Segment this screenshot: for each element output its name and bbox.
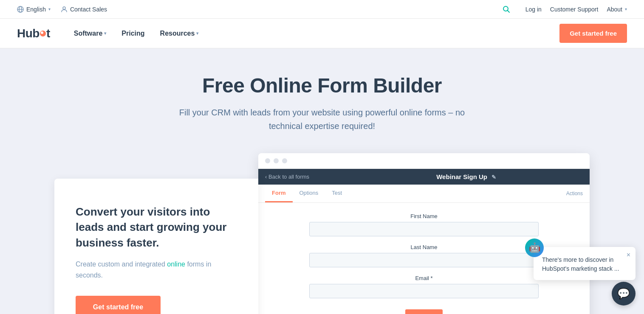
- logo[interactable]: Hubt: [17, 27, 50, 40]
- contact-sales-label: Contact Sales: [70, 6, 107, 13]
- top-bar-right: Log in Customer Support About ▾: [503, 6, 627, 13]
- form-submit-button[interactable]: Submit: [405, 309, 443, 314]
- form-field-email: Email *: [309, 275, 539, 298]
- hero-card: Convert your visitors into leads and sta…: [54, 179, 258, 314]
- form-field-lastname: Last Name: [309, 244, 539, 267]
- about-label: About: [607, 6, 622, 13]
- language-label: English: [26, 6, 46, 13]
- first-name-label: First Name: [309, 213, 539, 219]
- person-icon: [61, 6, 68, 13]
- card-link[interactable]: online: [167, 261, 185, 268]
- about-chevron-icon: ▾: [625, 7, 627, 11]
- nav-pricing[interactable]: Pricing: [115, 26, 151, 41]
- chat-popup: 🤖 × There's more to discover in HubSpot'…: [534, 247, 636, 280]
- top-bar-left: English ▾ Contact Sales: [17, 6, 107, 13]
- globe-icon: [17, 6, 24, 13]
- resources-chevron-icon: ▾: [196, 31, 198, 36]
- get-started-hero-button[interactable]: Get started free: [76, 296, 161, 314]
- first-name-input[interactable]: [309, 222, 539, 236]
- svg-point-3: [63, 7, 65, 9]
- top-bar: English ▾ Contact Sales Log in Customer …: [0, 0, 644, 19]
- tab-test[interactable]: Test: [325, 185, 349, 202]
- card-text-before: Create custom and integrated: [76, 261, 167, 268]
- main-nav: Hubt Software ▾ Pricing Resources ▾ Get …: [0, 19, 644, 48]
- language-selector[interactable]: English ▾: [17, 6, 51, 13]
- back-link[interactable]: Back to all forms: [265, 174, 309, 180]
- logo-spot: [40, 31, 46, 36]
- tab-actions[interactable]: Actions: [566, 191, 583, 196]
- chat-button[interactable]: 💬: [612, 282, 636, 306]
- customer-support-link[interactable]: Customer Support: [550, 6, 599, 13]
- about-link[interactable]: About ▾: [607, 6, 627, 13]
- chat-popup-close-button[interactable]: ×: [627, 251, 630, 259]
- customer-support-label: Customer Support: [550, 6, 599, 13]
- contact-sales-link[interactable]: Contact Sales: [61, 6, 107, 13]
- form-field-firstname: First Name: [309, 213, 539, 236]
- pricing-label: Pricing: [121, 30, 144, 37]
- nav-links: Software ▾ Pricing Resources ▾: [67, 26, 206, 41]
- language-chevron-icon: ▾: [48, 7, 51, 11]
- login-label: Log in: [525, 6, 542, 13]
- login-link[interactable]: Log in: [525, 6, 542, 13]
- form-tabs: Form Options Test Actions: [258, 185, 590, 203]
- email-label: Email *: [309, 275, 539, 281]
- chat-icon: 💬: [617, 288, 630, 300]
- browser-bar: [258, 153, 590, 169]
- browser-dot-3: [282, 158, 287, 163]
- hero-title: Free Online Form Builder: [17, 74, 627, 97]
- form-title-text: Webinar Sign Up: [436, 173, 487, 180]
- search-button[interactable]: [503, 6, 510, 13]
- email-input[interactable]: [309, 284, 539, 298]
- tab-options[interactable]: Options: [293, 185, 325, 202]
- pencil-icon: ✎: [491, 174, 496, 180]
- nav-software[interactable]: Software ▾: [67, 26, 113, 41]
- software-label: Software: [74, 30, 103, 37]
- last-name-input[interactable]: [309, 253, 539, 267]
- logo-text: Hubt: [17, 27, 50, 40]
- form-title: Webinar Sign Up ✎: [436, 173, 496, 180]
- nav-left: Hubt Software ▾ Pricing Resources ▾: [17, 26, 205, 41]
- tab-form[interactable]: Form: [265, 185, 293, 202]
- svg-line-5: [507, 10, 509, 12]
- chat-popup-icon: 🤖: [525, 238, 544, 257]
- search-icon: [503, 6, 510, 13]
- last-name-label: Last Name: [309, 244, 539, 250]
- browser-dot-2: [274, 158, 279, 163]
- hero-content: Convert your visitors into leads and sta…: [67, 153, 577, 314]
- software-chevron-icon: ▾: [104, 31, 106, 36]
- form-editor-nav: Back to all forms Webinar Sign Up ✎: [258, 169, 590, 185]
- nav-resources[interactable]: Resources ▾: [153, 26, 206, 41]
- get-started-nav-button[interactable]: Get started free: [559, 24, 627, 43]
- hero-card-title: Convert your visitors into leads and sta…: [76, 204, 237, 250]
- browser-mockup: Back to all forms Webinar Sign Up ✎ Form…: [258, 153, 590, 314]
- browser-dot-1: [265, 158, 270, 163]
- hero-subtitle: Fill your CRM with leads from your websi…: [173, 106, 471, 133]
- hero-card-text: Create custom and integrated online form…: [76, 259, 237, 280]
- nav-right: Get started free: [559, 24, 627, 43]
- resources-label: Resources: [160, 30, 195, 37]
- chat-popup-text: There's more to discover in HubSpot's ma…: [542, 254, 627, 273]
